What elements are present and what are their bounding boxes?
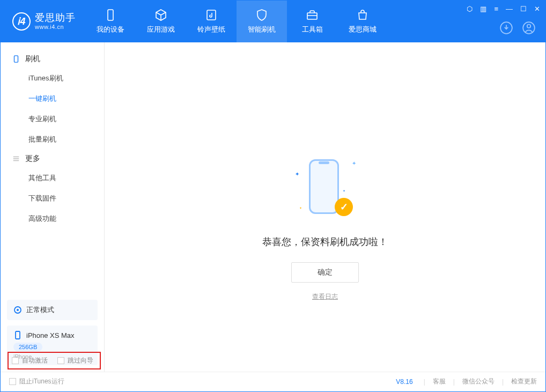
sidebar-item-firmware[interactable]: 下载固件	[1, 188, 104, 209]
success-message: 恭喜您，保资料刷机成功啦！	[262, 235, 388, 248]
download-icon[interactable]	[499, 21, 513, 35]
flash-options-row: 自动激活 跳过向导	[8, 352, 101, 369]
tab-store[interactable]: 爱思商城	[337, 1, 388, 42]
tab-device[interactable]: 我的设备	[85, 1, 136, 42]
skin-icon[interactable]: ⬡	[467, 5, 473, 13]
sidebar-item-pro[interactable]: 专业刷机	[1, 109, 104, 129]
svg-rect-1	[207, 10, 216, 20]
svg-point-5	[527, 25, 531, 28]
mode-icon	[13, 306, 22, 314]
view-log-link[interactable]: 查看日志	[312, 292, 338, 301]
wechat-link[interactable]: 微信公众号	[462, 377, 495, 386]
close-button[interactable]: ✕	[534, 5, 540, 13]
header-right-icons	[499, 21, 536, 35]
main-tabs: 我的设备 应用游戏 铃声壁纸 智能刷机 工具箱 爱思商城	[85, 1, 388, 42]
status-bar: 阻止iTunes运行 V8.16 | 客服 | 微信公众号 | 检查更新	[1, 372, 545, 391]
device-name: iPhone XS Max	[26, 331, 75, 339]
cube-icon	[154, 9, 167, 21]
app-header: ⅰ4 爱思助手 www.i4.cn 我的设备 应用游戏 铃声壁纸 智能刷机 工具…	[1, 1, 545, 42]
app-name: 爱思助手	[35, 13, 76, 24]
window-controls: ⬡ ▥ ≡ — ☐ ✕	[467, 5, 540, 13]
sidebar-section-more: 更多	[1, 150, 104, 168]
device-icon	[12, 55, 20, 63]
tab-label: 铃声壁纸	[197, 25, 225, 34]
mode-label: 正常模式	[26, 305, 54, 315]
sidebar-item-batch[interactable]: 批量刷机	[1, 129, 104, 150]
app-body: 刷机 iTunes刷机 一键刷机 专业刷机 批量刷机 更多 其他工具 下载固件 …	[1, 42, 545, 372]
sidebar-item-advanced[interactable]: 高级功能	[1, 209, 104, 229]
sidebar-section-flash: 刷机	[1, 50, 104, 68]
tab-label: 工具箱	[302, 25, 323, 34]
svg-point-8	[17, 309, 19, 311]
phone-small-icon	[13, 331, 22, 339]
toolbox-icon	[306, 9, 319, 21]
tab-ringtone[interactable]: 铃声壁纸	[186, 1, 237, 42]
block-itunes-checkbox[interactable]: 阻止iTunes运行	[9, 377, 64, 386]
auto-activate-checkbox[interactable]: 自动激活	[12, 356, 48, 365]
user-icon[interactable]	[522, 21, 536, 35]
tab-label: 应用游戏	[147, 25, 175, 34]
tab-toolbox[interactable]: 工具箱	[287, 1, 337, 42]
section-label: 刷机	[25, 54, 40, 64]
svg-rect-2	[307, 13, 317, 19]
phone-icon	[104, 9, 117, 21]
tab-flash[interactable]: 智能刷机	[237, 1, 287, 42]
ok-button[interactable]: 确定	[291, 262, 359, 283]
skip-guide-checkbox[interactable]: 跳过向导	[57, 356, 93, 365]
music-icon	[205, 9, 218, 21]
maximize-button[interactable]: ☐	[520, 5, 527, 13]
tab-label: 我的设备	[97, 25, 124, 34]
sidebar-item-itunes[interactable]: iTunes刷机	[1, 68, 104, 88]
support-link[interactable]: 客服	[433, 377, 446, 386]
success-illustration: ✦ ✦ ✦ ✦ ✓	[293, 155, 357, 219]
settings-icon[interactable]: ▥	[480, 5, 486, 13]
section-label: 更多	[25, 154, 40, 164]
mode-card[interactable]: 正常模式	[7, 300, 98, 320]
content-area: ✦ ✦ ✦ ✦ ✓ 恭喜您，保资料刷机成功啦！ 确定 查看日志	[105, 42, 545, 372]
menu-icon[interactable]: ≡	[494, 5, 498, 13]
shield-icon	[255, 9, 268, 21]
list-icon	[12, 155, 20, 162]
check-icon: ✓	[335, 198, 353, 216]
capacity-badge: 256GB	[13, 343, 42, 351]
version-label: V8.16	[396, 378, 412, 386]
svg-rect-6	[14, 56, 18, 62]
tab-apps[interactable]: 应用游戏	[136, 1, 186, 42]
svg-rect-9	[16, 331, 20, 339]
sidebar-item-other[interactable]: 其他工具	[1, 168, 104, 188]
logo-area: ⅰ4 爱思助手 www.i4.cn	[1, 12, 85, 31]
minimize-button[interactable]: —	[506, 5, 513, 13]
bag-icon	[356, 9, 369, 21]
logo-icon: ⅰ4	[12, 12, 31, 31]
sidebar-item-oneclick[interactable]: 一键刷机	[1, 88, 104, 109]
tab-label: 智能刷机	[248, 25, 276, 34]
tab-label: 爱思商城	[349, 25, 377, 34]
app-url: www.i4.cn	[35, 24, 76, 30]
update-link[interactable]: 检查更新	[511, 377, 537, 386]
svg-rect-0	[108, 10, 113, 20]
sidebar: 刷机 iTunes刷机 一键刷机 专业刷机 批量刷机 更多 其他工具 下载固件 …	[1, 42, 105, 372]
